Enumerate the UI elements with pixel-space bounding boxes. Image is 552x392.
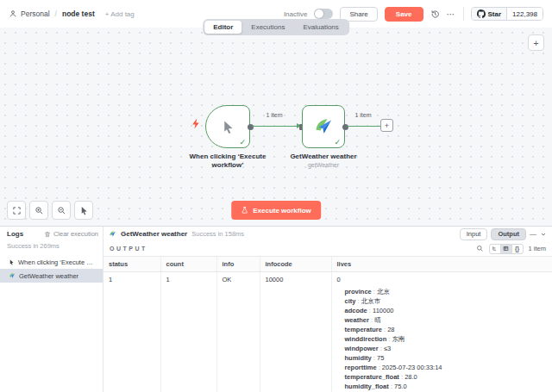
- connection-items-label: 1 item: [344, 112, 382, 118]
- connection-items-label: 1 item: [255, 112, 293, 118]
- detail-node-title: GetWeather weather: [121, 230, 187, 238]
- more-options-icon[interactable]: ⋯: [447, 9, 456, 19]
- clear-execution-label: Clear execution: [53, 230, 98, 238]
- table-row: 1 1 OK 10000 0 province北京 city北京市 adcode…: [104, 272, 552, 392]
- toggle-knob: [315, 9, 323, 18]
- github-star-widget[interactable]: Star 122,398: [471, 7, 543, 21]
- kv-row: reporttime2025-07-23 00:33:14: [345, 363, 548, 372]
- kv-row: temperature28: [345, 325, 548, 334]
- output-section-title: OUTPUT: [110, 246, 147, 252]
- kv-row: humidity75: [345, 353, 548, 363]
- column-header: info: [216, 257, 260, 272]
- person-icon: [9, 9, 17, 18]
- tab-evaluations[interactable]: Evaluations: [294, 21, 347, 34]
- schema-view-icon[interactable]: [489, 244, 501, 254]
- log-item-getweather[interactable]: GetWeather weather: [0, 269, 103, 283]
- trash-icon: [44, 231, 51, 238]
- kv-row: windpower≤3: [345, 344, 548, 353]
- flask-icon: [241, 206, 248, 215]
- weather-node-sublabel: getWeather: [282, 162, 365, 168]
- detail-status: Success in 158ms: [191, 230, 244, 238]
- lives-array-index: 0: [337, 276, 341, 283]
- execute-workflow-button[interactable]: Execute workflow: [231, 201, 321, 220]
- activate-toggle[interactable]: [314, 9, 333, 19]
- fit-view-button[interactable]: [7, 201, 26, 220]
- project-name: Personal: [21, 9, 50, 18]
- add-node-canvas-button[interactable]: +: [528, 34, 544, 51]
- column-header: count: [160, 257, 216, 272]
- execution-summary: Success in 269ms: [0, 240, 103, 252]
- log-item-trigger[interactable]: When clicking ‘Execute workf...: [0, 255, 103, 269]
- success-check-icon: ✓: [239, 138, 246, 146]
- kv-row: humidity_float75.0: [345, 382, 548, 391]
- plus-icon: +: [385, 121, 389, 130]
- cell-count: 1: [160, 272, 216, 392]
- cell-info: OK: [216, 272, 260, 392]
- output-endpoint[interactable]: [342, 124, 348, 130]
- lightning-trigger-icon: [191, 117, 202, 130]
- output-endpoint[interactable]: [248, 124, 254, 130]
- kv-row: province北京: [345, 287, 548, 296]
- kv-row: weather晴: [345, 315, 548, 325]
- log-detail-panel: GetWeather weather Success in 158ms Inpu…: [104, 227, 552, 392]
- active-state-label: Inactive: [284, 10, 308, 18]
- node-getweather[interactable]: ✓: [302, 105, 345, 148]
- search-icon[interactable]: [476, 245, 484, 252]
- chevron-down-icon[interactable]: [540, 231, 547, 238]
- output-table-container[interactable]: status count info infocode lives 1 1 OK: [104, 256, 552, 392]
- tab-editor[interactable]: Editor: [204, 21, 242, 34]
- logs-sidebar: Logs Clear execution Success in 269ms Wh…: [0, 227, 104, 392]
- star-count: 122,398: [506, 8, 543, 20]
- collapse-panel-icon[interactable]: —: [530, 230, 536, 238]
- lives-object: province北京 city北京市 adcode110000 weather晴…: [337, 287, 548, 391]
- editor-tabs: Editor Executions Evaluations: [203, 19, 349, 35]
- input-tab-button[interactable]: Input: [460, 228, 488, 240]
- amap-weather-icon: [9, 272, 16, 279]
- execute-workflow-label: Execute workflow: [253, 207, 311, 215]
- connection-line[interactable]: [347, 126, 380, 127]
- divider: [463, 7, 464, 21]
- canvas-zoom-controls: [7, 201, 93, 220]
- column-header: lives: [331, 257, 552, 272]
- history-icon[interactable]: [430, 9, 440, 19]
- logs-title: Logs: [7, 230, 44, 238]
- weather-node-label: GetWeather weather: [282, 152, 365, 161]
- cursor-icon: [221, 120, 235, 134]
- tab-executions[interactable]: Executions: [242, 21, 293, 34]
- add-tag-button[interactable]: + Add tag: [105, 10, 135, 18]
- github-icon: [477, 9, 486, 18]
- breadcrumb: Personal / node test + Add tag: [9, 9, 135, 18]
- workflow-canvas[interactable]: + ✓ 1 item ✓: [0, 28, 552, 226]
- column-header: infocode: [260, 257, 331, 272]
- save-button[interactable]: Save: [385, 7, 423, 22]
- table-header-row: status count info infocode lives: [104, 257, 552, 272]
- add-connected-node-button[interactable]: +: [380, 119, 393, 132]
- zoom-out-button[interactable]: [52, 201, 71, 220]
- cell-status: 1: [104, 272, 160, 392]
- zoom-in-button[interactable]: [29, 201, 48, 220]
- tidy-up-button[interactable]: [74, 201, 93, 220]
- amap-weather-icon: [109, 230, 116, 238]
- log-item-label: GetWeather weather: [19, 272, 78, 280]
- output-tab-button[interactable]: Output: [491, 228, 526, 240]
- trigger-node-label: When clicking ‘Execute workflow’: [186, 152, 269, 170]
- cell-lives: 0 province北京 city北京市 adcode110000 weathe…: [331, 272, 552, 392]
- kv-row: temperature_float28.0: [345, 372, 548, 382]
- json-view-icon[interactable]: {}: [511, 244, 524, 254]
- project-breadcrumb[interactable]: Personal: [9, 9, 50, 18]
- kv-row: adcode110000: [345, 306, 548, 315]
- workflow-name[interactable]: node test: [62, 9, 95, 18]
- table-view-icon[interactable]: [500, 244, 512, 254]
- connection-line[interactable]: [252, 126, 298, 127]
- items-count: 1 item: [529, 245, 546, 252]
- cursor-icon: [9, 259, 15, 265]
- node-manual-trigger[interactable]: ✓: [205, 105, 250, 148]
- logs-panel: Logs Clear execution Success in 269ms Wh…: [0, 226, 552, 392]
- clear-execution-button[interactable]: Clear execution: [44, 230, 98, 238]
- star-label: Star: [488, 10, 502, 18]
- success-check-icon: ✓: [334, 138, 341, 146]
- kv-row: winddirection东南: [345, 334, 548, 344]
- kv-row: city北京市: [345, 296, 548, 306]
- plus-icon: +: [533, 38, 538, 48]
- cell-infocode: 10000: [260, 272, 331, 392]
